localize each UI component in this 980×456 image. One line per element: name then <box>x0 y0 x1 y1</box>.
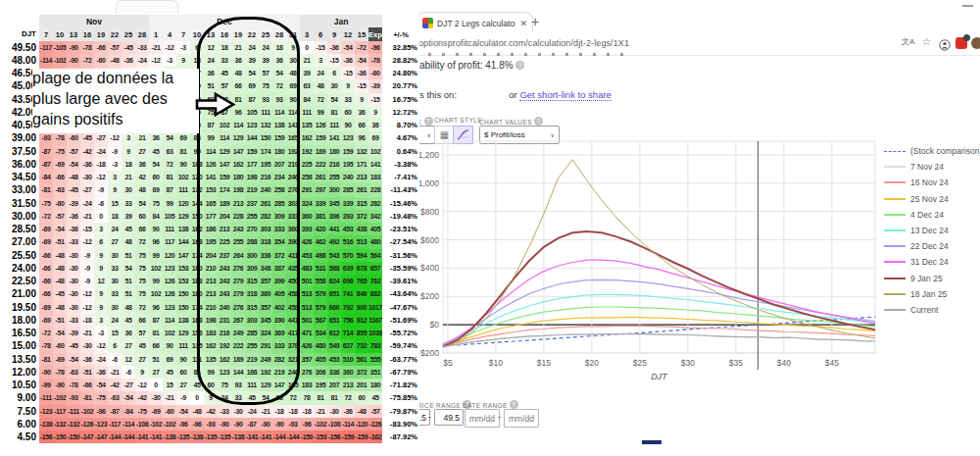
table-cell[interactable]: 57 <box>135 327 149 339</box>
table-cell[interactable]: 180 <box>327 145 341 158</box>
table-cell[interactable]: 153 <box>176 275 190 287</box>
table-cell[interactable]: 426 <box>300 339 314 352</box>
table-cell[interactable]: 3 <box>122 131 135 144</box>
table-cell[interactable]: -15 <box>314 41 327 54</box>
table-cell[interactable]: 765 <box>355 275 368 287</box>
table-cell[interactable]: -138 <box>163 431 176 443</box>
table-cell[interactable]: -36 <box>341 54 355 67</box>
table-cell[interactable]: 657 <box>368 262 382 275</box>
col-header-exp[interactable]: Exp <box>368 27 382 41</box>
table-cell[interactable]: 438 <box>355 223 368 235</box>
table-cell[interactable]: 462 <box>314 235 327 248</box>
table-cell[interactable]: 534 <box>314 327 327 339</box>
table-cell[interactable]: -48 <box>355 405 368 418</box>
table-cell[interactable]: -30 <box>327 405 341 418</box>
table-cell[interactable]: 612 <box>327 327 341 339</box>
table-cell[interactable]: 570 <box>341 249 355 262</box>
table-cell[interactable]: -78 <box>67 379 80 391</box>
table-cell[interactable]: 24 <box>314 67 327 79</box>
table-cell[interactable]: -69 <box>53 353 67 366</box>
table-cell[interactable]: -102 <box>80 405 94 418</box>
table-cell[interactable]: 360 <box>300 210 314 223</box>
table-cell[interactable]: -9 <box>94 183 108 196</box>
legend-item[interactable]: 25 Nov 24 <box>884 191 980 207</box>
table-cell[interactable]: -147 <box>94 431 108 443</box>
table-cell[interactable]: -15 <box>355 79 368 92</box>
table-cell[interactable]: -42 <box>108 379 122 391</box>
table-cell[interactable]: 123 <box>163 301 176 314</box>
table-cell[interactable]: 192 <box>300 145 314 158</box>
table-cell[interactable]: 258 <box>300 171 314 183</box>
table-cell[interactable]: -84 <box>39 171 53 183</box>
table-cell[interactable]: -63 <box>53 183 67 196</box>
table-cell[interactable]: -48 <box>108 54 122 67</box>
table-cell[interactable]: 324 <box>300 197 314 210</box>
table-cell[interactable]: -24 <box>80 197 94 210</box>
table-cell[interactable]: -72 <box>80 54 94 67</box>
table-cell[interactable]: -75 <box>53 145 67 158</box>
table-cell[interactable]: -87 <box>245 418 259 431</box>
table-cell[interactable]: -126 <box>80 418 94 431</box>
table-cell[interactable]: -75 <box>39 197 53 210</box>
table-cell[interactable]: -147 <box>80 431 94 443</box>
table-cell[interactable]: 9 <box>108 183 122 196</box>
table-cell[interactable]: 639 <box>341 262 355 275</box>
table-cell[interactable]: -66 <box>80 379 94 391</box>
table-cell[interactable]: 651 <box>327 314 341 327</box>
table-cell[interactable]: 261 <box>314 171 327 183</box>
table-cell[interactable]: -3 <box>176 41 190 54</box>
table-cell[interactable]: -69 <box>149 405 163 418</box>
table-cell[interactable]: 543 <box>327 249 341 262</box>
table-cell[interactable]: -51 <box>53 314 67 327</box>
table-cell[interactable]: -33 <box>67 235 80 248</box>
table-cell[interactable]: 144 <box>176 235 190 248</box>
table-cell[interactable]: 483 <box>300 262 314 275</box>
col-header-day[interactable]: 19 <box>94 27 108 41</box>
table-cell[interactable]: 27 <box>135 145 149 158</box>
table-cell[interactable]: 84 <box>300 93 314 106</box>
table-cell[interactable]: 498 <box>314 249 327 262</box>
table-cell[interactable]: -102 <box>53 54 67 67</box>
table-cell[interactable]: -24 <box>135 54 149 67</box>
table-cell[interactable]: -18 <box>94 158 108 171</box>
table-cell[interactable]: -9 <box>108 145 122 158</box>
extension-brown-icon[interactable] <box>971 37 980 49</box>
table-cell[interactable]: 696 <box>341 275 355 287</box>
col-header-day[interactable]: 10 <box>53 27 67 41</box>
table-cell[interactable]: -117 <box>39 41 53 54</box>
table-cell[interactable]: -96 <box>300 418 314 431</box>
table-cell[interactable]: 69 <box>163 353 176 366</box>
table-cell[interactable]: -45 <box>80 131 94 144</box>
table-cell[interactable]: -42 <box>204 405 218 418</box>
table-cell[interactable]: 45 <box>149 145 163 158</box>
table-cell[interactable]: -18 <box>80 314 94 327</box>
table-cell[interactable]: 228 <box>368 183 382 196</box>
table-cell[interactable]: -54 <box>67 353 80 366</box>
table-cell[interactable]: 102 <box>149 262 163 275</box>
table-cell[interactable]: -132 <box>53 418 67 431</box>
table-cell[interactable]: -48 <box>53 301 67 314</box>
table-cell[interactable]: -66 <box>39 287 53 300</box>
table-cell[interactable]: 201 <box>355 379 368 391</box>
table-cell[interactable]: 33 <box>122 197 135 210</box>
table-cell[interactable]: 453 <box>327 353 341 366</box>
table-cell[interactable]: -135 <box>218 431 231 443</box>
table-cell[interactable]: -27 <box>80 183 94 196</box>
table-cell[interactable]: 66 <box>135 314 149 327</box>
table-cell[interactable]: -117 <box>53 405 67 418</box>
table-cell[interactable]: 21 <box>122 171 135 183</box>
table-cell[interactable]: -69 <box>39 314 53 327</box>
table-cell[interactable]: 117 <box>163 235 176 248</box>
table-cell[interactable]: -27 <box>122 379 135 391</box>
table-cell[interactable]: 3 <box>94 314 108 327</box>
legend-item[interactable]: Current <box>884 302 980 318</box>
table-cell[interactable]: 240 <box>341 171 355 183</box>
table-cell[interactable]: 3 <box>108 171 122 183</box>
table-cell[interactable]: -87 <box>39 145 53 158</box>
table-cell[interactable]: 171 <box>355 158 368 171</box>
table-cell[interactable]: -60 <box>53 197 67 210</box>
legend-item[interactable]: 13 Dec 24 <box>884 223 980 238</box>
table-cell[interactable]: 792 <box>341 301 355 314</box>
table-cell[interactable]: -78 <box>53 131 67 144</box>
table-cell[interactable]: 510 <box>341 353 355 366</box>
